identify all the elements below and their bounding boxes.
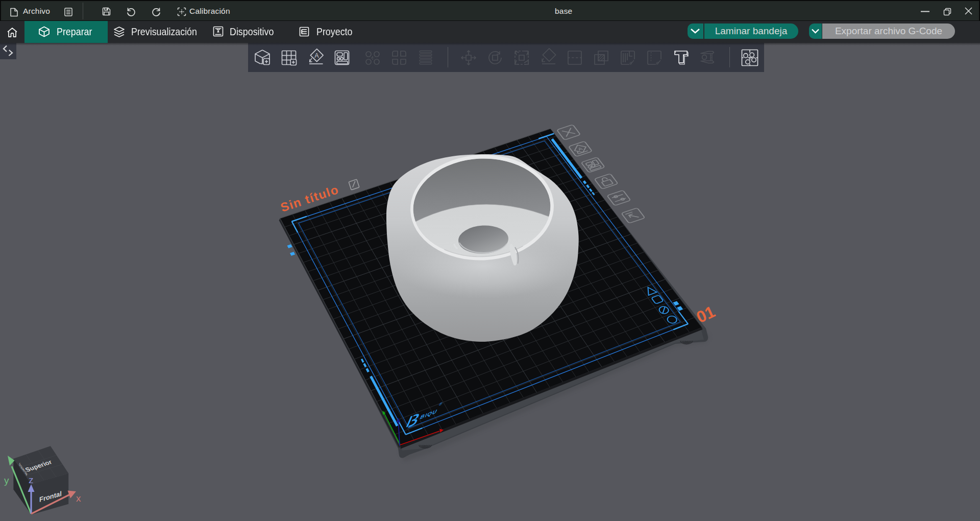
svg-text:x: x xyxy=(76,493,81,504)
svg-text:y: y xyxy=(4,475,9,486)
svg-text:A: A xyxy=(314,52,319,59)
svg-text:z: z xyxy=(29,475,34,485)
